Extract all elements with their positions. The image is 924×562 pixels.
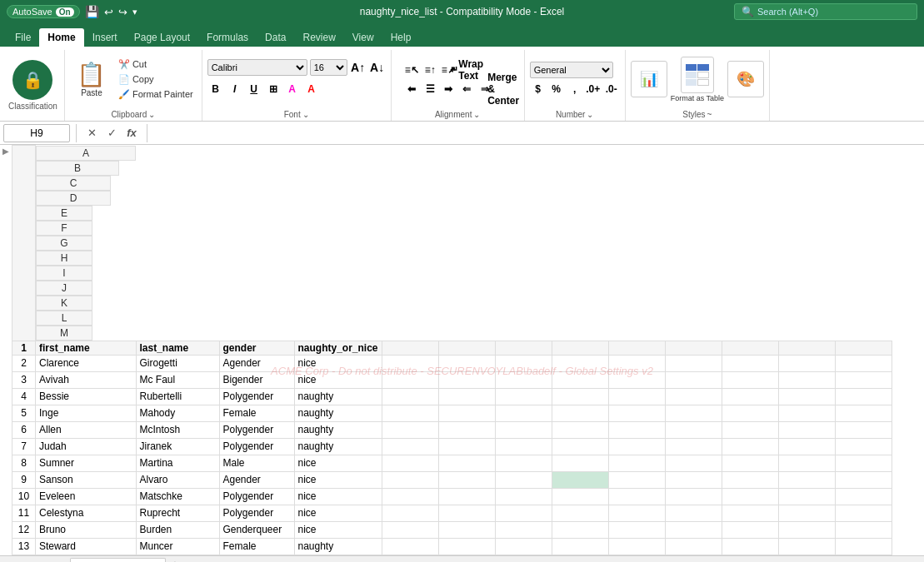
col-header-m[interactable]: M <box>36 326 92 341</box>
cell[interactable] <box>382 505 438 521</box>
cell[interactable]: naughty <box>294 538 382 555</box>
cell[interactable]: Agender <box>219 355 294 371</box>
cell[interactable] <box>438 505 495 521</box>
cell[interactable] <box>778 421 835 438</box>
bold-button[interactable]: B <box>207 81 224 97</box>
cell[interactable] <box>552 538 608 555</box>
cell[interactable] <box>382 405 438 421</box>
styles-expand-icon[interactable]: ~ <box>707 110 712 119</box>
comma-button[interactable]: , <box>567 81 583 97</box>
align-top-left-button[interactable]: ≡↖ <box>403 62 420 78</box>
cell[interactable] <box>665 488 722 505</box>
cell[interactable] <box>608 371 665 388</box>
cell[interactable] <box>665 421 722 438</box>
cell[interactable]: Polygender <box>219 388 294 405</box>
cell[interactable] <box>778 471 835 488</box>
clipboard-expand-icon[interactable]: ⌄ <box>148 110 155 119</box>
align-left-button[interactable]: ⬅ <box>403 81 420 97</box>
cell[interactable] <box>608 488 665 505</box>
col-header-h[interactable]: H <box>36 251 92 266</box>
cell[interactable]: Burden <box>136 521 219 538</box>
decrease-font-button[interactable]: A↓ <box>369 59 386 76</box>
cell[interactable] <box>665 355 722 371</box>
quick-access-more[interactable]: ▾ <box>132 7 137 17</box>
cell[interactable] <box>722 421 778 438</box>
cell[interactable] <box>495 538 552 555</box>
cell[interactable] <box>495 388 552 405</box>
cell-styles-button[interactable]: 🎨 <box>727 61 764 97</box>
cell[interactable] <box>382 371 438 388</box>
cell[interactable] <box>382 455 438 471</box>
sheet-nav-next[interactable]: ▶ <box>37 558 52 562</box>
number-expand-icon[interactable]: ⌄ <box>587 110 593 119</box>
cell[interactable] <box>438 538 495 555</box>
cell-e1[interactable] <box>382 341 438 355</box>
cell[interactable] <box>438 488 495 505</box>
cell[interactable]: Ruprecht <box>136 505 219 521</box>
cell[interactable]: Bigender <box>219 371 294 388</box>
cell[interactable] <box>552 488 608 505</box>
cell[interactable] <box>665 371 722 388</box>
cell[interactable]: Girogetti <box>136 355 219 371</box>
cell[interactable] <box>722 505 778 521</box>
cell-l1[interactable] <box>778 341 835 355</box>
cell[interactable] <box>835 471 892 488</box>
cell[interactable] <box>495 505 552 521</box>
cell[interactable]: Bruno <box>36 521 137 538</box>
cell[interactable]: Polygender <box>219 438 294 455</box>
redo-icon[interactable]: ↪ <box>118 6 127 18</box>
indent-dec-button[interactable]: ⇐ <box>458 81 475 97</box>
cell[interactable] <box>495 471 552 488</box>
col-header-b[interactable]: B <box>36 161 119 176</box>
cell-reference-input[interactable] <box>3 124 70 142</box>
cell[interactable] <box>835 438 892 455</box>
wrap-text-button[interactable]: ↵ Wrap Text <box>458 62 475 78</box>
cell[interactable]: Judah <box>36 438 137 455</box>
cell[interactable] <box>552 388 608 405</box>
decimal-inc-button[interactable]: .0+ <box>585 81 602 97</box>
cut-button[interactable]: ✂️ Cut <box>115 57 197 72</box>
align-top-center-button[interactable]: ≡↑ <box>422 62 438 78</box>
font-size-select[interactable]: 16 <box>310 59 347 76</box>
cell[interactable]: Alvaro <box>136 471 219 488</box>
fill-color-button[interactable]: A <box>284 81 301 97</box>
cell[interactable] <box>608 521 665 538</box>
cell[interactable] <box>495 405 552 421</box>
cell-a1[interactable]: first_name <box>36 341 137 355</box>
cell[interactable] <box>552 438 608 455</box>
cell[interactable] <box>778 438 835 455</box>
save-icon[interactable]: 💾 <box>85 5 99 18</box>
search-bar[interactable]: 🔍 Search (Alt+Q) <box>734 3 917 20</box>
font-color-button[interactable]: A <box>303 81 320 97</box>
cell[interactable] <box>722 438 778 455</box>
cell[interactable] <box>552 371 608 388</box>
cell[interactable] <box>722 405 778 421</box>
sheet-nav-prev[interactable]: ◀ <box>20 558 35 562</box>
add-sheet-button[interactable]: + <box>167 558 182 562</box>
tab-formulas[interactable]: Formulas <box>198 28 257 47</box>
cell[interactable] <box>382 438 438 455</box>
cell[interactable]: Steward <box>36 538 137 555</box>
number-format-select[interactable]: General <box>530 62 613 78</box>
cell[interactable] <box>495 438 552 455</box>
cell-j1[interactable] <box>665 341 722 355</box>
cell[interactable] <box>438 405 495 421</box>
cell[interactable]: Polygender <box>219 505 294 521</box>
decimal-dec-button[interactable]: .0- <box>603 81 620 97</box>
cell[interactable]: Polygender <box>219 488 294 505</box>
cell[interactable]: nice <box>294 471 382 488</box>
conditional-formatting-button[interactable]: 📊 <box>631 61 667 97</box>
cell[interactable] <box>722 371 778 388</box>
alignment-expand-icon[interactable]: ⌄ <box>473 110 480 119</box>
format-painter-button[interactable]: 🖌️ Format Painter <box>115 87 197 102</box>
tab-home[interactable]: Home <box>39 28 83 47</box>
cell[interactable] <box>778 405 835 421</box>
confirm-formula-button[interactable]: ✓ <box>102 124 121 142</box>
cell[interactable]: Martina <box>136 455 219 471</box>
cell[interactable]: Genderqueer <box>219 521 294 538</box>
cell[interactable] <box>552 455 608 471</box>
cell[interactable] <box>438 355 495 371</box>
cell[interactable]: Matschke <box>136 488 219 505</box>
cell-i1[interactable] <box>608 341 665 355</box>
sheet-tab-naughty-nice[interactable]: naughty_nice_list <box>70 558 166 563</box>
